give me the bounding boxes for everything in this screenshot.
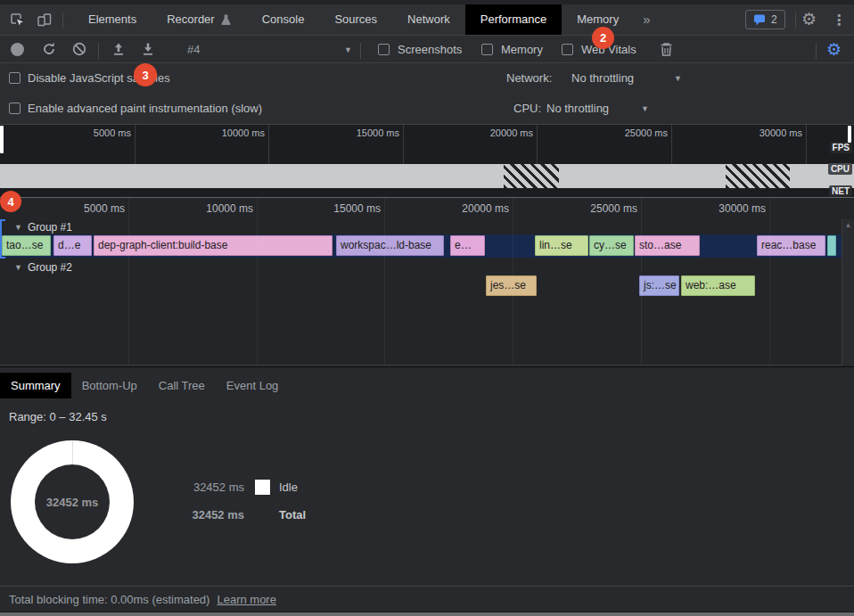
group-label: Group #2 xyxy=(28,261,72,274)
clear-icon[interactable] xyxy=(71,41,87,57)
range-label: Range: 0 – 32.45 s xyxy=(9,410,107,423)
tab-event-log[interactable]: Event Log xyxy=(216,373,290,398)
advanced-paint-checkbox[interactable] xyxy=(9,103,21,114)
kebab-menu-icon[interactable]: ⋮ xyxy=(832,9,846,32)
tab-recorder[interactable]: Recorder xyxy=(152,4,246,35)
history-dropdown[interactable]: #4 xyxy=(187,43,200,56)
screenshots-label[interactable]: Screenshots xyxy=(398,43,462,56)
flame-bar[interactable]: workspac…ld-base xyxy=(336,235,444,256)
ruler-tick-label: 20000 ms xyxy=(432,202,509,215)
chevron-down-icon[interactable]: ▼ xyxy=(641,104,649,113)
web-vitals-checkbox[interactable] xyxy=(562,44,573,55)
ruler-tick-label: 15000 ms xyxy=(323,127,399,138)
tab-network[interactable]: Network xyxy=(392,4,465,35)
group1-header[interactable]: ▼ Group #1 xyxy=(14,220,72,234)
inspect-icon[interactable] xyxy=(9,12,25,28)
screenshots-checkbox[interactable] xyxy=(378,44,390,55)
tab-call-tree[interactable]: Call Tree xyxy=(148,373,216,398)
memory-label[interactable]: Memory xyxy=(501,43,543,56)
fps-lane-label: FPS xyxy=(830,142,852,153)
devtools-window: Elements Recorder Console Sources Networ… xyxy=(0,0,854,616)
flame-bar[interactable]: tao…se xyxy=(2,235,51,256)
legend-value: 32452 ms xyxy=(183,508,244,522)
donut-center-value: 32452 ms xyxy=(35,464,110,539)
memory-checkbox[interactable] xyxy=(481,44,493,55)
cpu-hatch-region xyxy=(504,164,559,188)
reload-icon[interactable] xyxy=(41,41,57,57)
legend-row: 32452 msIdle xyxy=(183,479,306,495)
flame-bar[interactable]: sto…ase xyxy=(635,235,700,256)
flame-chart[interactable]: tao…sed…edep-graph-client:build-basework… xyxy=(0,198,854,365)
options-row-1: Disable JavaScript samples Network: No t… xyxy=(0,63,854,94)
flame-bar[interactable]: e… xyxy=(450,235,485,256)
chevron-down-icon[interactable]: ▼ xyxy=(674,74,682,83)
flame-bar[interactable]: lin…se xyxy=(535,235,588,256)
load-profile-icon[interactable] xyxy=(111,41,127,57)
disable-js-samples-checkbox[interactable] xyxy=(9,72,21,84)
cpu-throttle-value[interactable]: No throttling xyxy=(546,102,609,115)
ruler-tick-label: 5000 ms xyxy=(48,202,125,215)
issues-counter[interactable]: 2 xyxy=(745,10,785,29)
summary-donut-chart: 32452 ms xyxy=(11,440,134,563)
tab-label: Performance xyxy=(480,4,546,35)
flame-bar[interactable] xyxy=(827,235,836,256)
group2-header[interactable]: ▼ Group #2 xyxy=(14,260,72,275)
tab-console[interactable]: Console xyxy=(247,4,320,35)
ruler-tick xyxy=(268,125,269,164)
collapse-triangle-icon[interactable]: ▼ xyxy=(14,223,22,232)
flame-bar[interactable]: cy…se xyxy=(589,235,634,256)
flame-scrollbar[interactable]: ▲ xyxy=(842,219,854,365)
overview-left-handle[interactable] xyxy=(0,126,4,153)
capture-settings-gear-icon[interactable]: ⚙ xyxy=(826,37,842,62)
flame-bar[interactable]: reac…base xyxy=(757,235,825,256)
details-tabs: Summary Bottom-Up Call Tree Event Log xyxy=(0,373,289,398)
ruler-tick xyxy=(128,198,129,365)
flame-bar[interactable]: jes…se xyxy=(486,275,537,296)
save-profile-icon[interactable] xyxy=(140,41,156,57)
flame-bar[interactable]: d…e xyxy=(53,235,92,256)
legend-label: Idle xyxy=(279,480,298,494)
settings-gear-icon[interactable]: ⚙ xyxy=(801,7,817,32)
more-tabs-button[interactable]: » xyxy=(634,4,659,35)
flame-bar[interactable]: dep-graph-client:build-base xyxy=(94,235,333,256)
bottom-edge-strip xyxy=(0,612,854,616)
record-button[interactable] xyxy=(11,43,24,56)
overview-right-handle[interactable] xyxy=(848,126,851,143)
device-toolbar-icon[interactable] xyxy=(36,12,53,28)
ruler-tick xyxy=(513,198,513,365)
collapse-triangle-icon[interactable]: ▼ xyxy=(14,263,22,272)
ruler-tick xyxy=(806,125,807,164)
legend-row: 32452 msTotal xyxy=(183,506,306,522)
divider xyxy=(816,43,817,59)
timeline-overview[interactable]: FPS CPU NET 5000 ms10000 ms15000 ms20000… xyxy=(0,125,854,198)
tab-sources[interactable]: Sources xyxy=(319,4,392,35)
tab-elements[interactable]: Elements xyxy=(73,4,152,35)
tab-label: Console xyxy=(262,4,305,35)
flame-bar[interactable]: js:…se xyxy=(639,275,679,296)
advanced-paint-label[interactable]: Enable advanced paint instrumentation (s… xyxy=(28,102,262,115)
tab-summary[interactable]: Summary xyxy=(0,373,71,398)
ruler-tick-label: 10000 ms xyxy=(177,202,253,215)
divider xyxy=(795,12,796,29)
learn-more-link[interactable]: Learn more xyxy=(217,593,275,606)
flame-bar[interactable]: web:…ase xyxy=(681,275,755,296)
divider xyxy=(98,43,99,59)
ruler-tick-label: 30000 ms xyxy=(689,202,766,215)
ruler-tick xyxy=(135,125,135,164)
scroll-up-icon[interactable]: ▲ xyxy=(842,219,854,232)
network-throttle-value[interactable]: No throttling xyxy=(571,71,634,85)
ruler-tick-label: 5000 ms xyxy=(54,127,131,138)
ruler-tick xyxy=(641,198,642,365)
total-blocking-time-text: Total blocking time: 0.00ms (estimated) xyxy=(9,593,209,606)
group-label: Group #1 xyxy=(28,221,72,234)
ruler-tick-label: 10000 ms xyxy=(188,127,265,138)
cpu-hatch-region xyxy=(726,164,790,188)
ruler-tick xyxy=(384,198,385,365)
trash-icon[interactable] xyxy=(659,41,674,58)
tab-bottom-up[interactable]: Bottom-Up xyxy=(71,373,148,398)
ruler-tick xyxy=(671,125,672,164)
tab-performance[interactable]: Performance xyxy=(465,4,562,35)
chevron-down-icon[interactable]: ▼ xyxy=(344,45,352,54)
tab-label: Network xyxy=(407,4,450,35)
issues-count: 2 xyxy=(771,13,777,26)
